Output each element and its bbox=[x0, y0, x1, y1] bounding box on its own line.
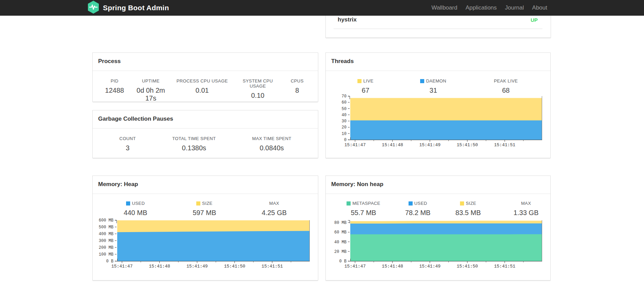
stat-label: MAX bbox=[521, 201, 531, 206]
nonheap-stats: METASPACE55.7 MBUSED78.2 MBSIZE83.5 MBMA… bbox=[326, 201, 550, 217]
svg-text:15:41:49: 15:41:49 bbox=[186, 264, 208, 269]
stat-label: CPUS bbox=[291, 78, 304, 83]
svg-text:15:41:47: 15:41:47 bbox=[111, 264, 133, 269]
stat-size: SIZE83.5 MB bbox=[434, 201, 502, 217]
stat-used: USED440 MB bbox=[93, 201, 178, 217]
stat-label: TOTAL TIME SPENT bbox=[172, 136, 216, 141]
stat-value: 0d 0h 2m 17s bbox=[136, 87, 165, 102]
stat-value: 8 bbox=[276, 87, 318, 94]
legend-square-icon bbox=[409, 201, 413, 206]
stat-label: DAEMON bbox=[426, 78, 446, 83]
svg-text:15:41:51: 15:41:51 bbox=[262, 264, 283, 269]
stat-label: LIVE bbox=[363, 78, 373, 83]
memory-heap-card: Memory: Heap USED440 MBSIZE597 MBMAX4.25… bbox=[92, 176, 318, 280]
stat-value: 68 bbox=[461, 87, 550, 94]
process-stats: PID12488UPTIME0d 0h 2m 17sPROCESS CPU US… bbox=[93, 78, 318, 102]
navbar: Spring Boot Admin WallboardApplicationsJ… bbox=[0, 0, 644, 16]
svg-text:30: 30 bbox=[342, 119, 347, 124]
threads-card: Threads LIVE67DAEMON31PEAK LIVE68 010203… bbox=[325, 52, 551, 158]
legend-square-icon bbox=[420, 79, 424, 83]
svg-text:200 MB: 200 MB bbox=[99, 245, 113, 250]
stat-value: 0.10 bbox=[239, 92, 277, 100]
brand[interactable]: Spring Boot Admin bbox=[87, 0, 169, 15]
threads-chart: 01020304050607015:41:4715:41:4815:41:491… bbox=[331, 94, 546, 149]
svg-text:50: 50 bbox=[342, 107, 347, 111]
stat-label: MAX bbox=[269, 201, 279, 206]
svg-text:20: 20 bbox=[342, 125, 347, 130]
stat-value: 31 bbox=[405, 87, 461, 94]
stat-value: 67 bbox=[326, 87, 405, 94]
navbar-container: Spring Boot Admin WallboardApplicationsJ… bbox=[93, 0, 551, 16]
memory-nonheap-card: Memory: Non heap METASPACE55.7 MBUSED78.… bbox=[325, 176, 551, 280]
svg-text:15:41:48: 15:41:48 bbox=[382, 264, 403, 269]
nav-link-applications[interactable]: Applications bbox=[461, 0, 501, 16]
svg-text:15:41:49: 15:41:49 bbox=[419, 142, 440, 148]
stat-value: 55.7 MB bbox=[326, 209, 401, 217]
stat-value: 0.01 bbox=[165, 87, 239, 94]
svg-text:80 MB: 80 MB bbox=[334, 221, 347, 225]
nav-link-wallboard[interactable]: Wallboard bbox=[427, 0, 461, 16]
card-title: Process bbox=[93, 53, 318, 71]
stat-used: USED78.2 MB bbox=[401, 201, 434, 217]
svg-text:300 MB: 300 MB bbox=[99, 239, 113, 243]
stat-uptime: UPTIME0d 0h 2m 17s bbox=[136, 78, 165, 102]
row-divider bbox=[334, 29, 542, 29]
stat-label: SIZE bbox=[202, 201, 213, 206]
stat-max: MAX4.25 GB bbox=[231, 201, 318, 217]
status-badge: UP bbox=[531, 17, 538, 23]
svg-text:0: 0 bbox=[344, 138, 347, 142]
stat-metaspace: METASPACE55.7 MB bbox=[326, 201, 401, 217]
svg-text:15:41:48: 15:41:48 bbox=[382, 142, 403, 148]
svg-text:10: 10 bbox=[342, 132, 347, 136]
stat-pid: PID12488 bbox=[93, 78, 136, 102]
stat-process-cpu-usage: PROCESS CPU USAGE0.01 bbox=[165, 78, 239, 102]
svg-text:15:41:51: 15:41:51 bbox=[494, 142, 516, 148]
stat-label: UPTIME bbox=[142, 78, 160, 83]
stat-label: PEAK LIVE bbox=[494, 78, 518, 83]
heap-stats: USED440 MBSIZE597 MBMAX4.25 GB bbox=[93, 201, 318, 217]
card-title: Memory: Heap bbox=[93, 176, 318, 194]
svg-text:15:41:50: 15:41:50 bbox=[457, 264, 478, 269]
stat-value: 78.2 MB bbox=[401, 209, 434, 217]
stat-value: 3 bbox=[93, 144, 163, 152]
pulse-logo-icon bbox=[87, 0, 99, 15]
svg-text:15:41:50: 15:41:50 bbox=[224, 264, 245, 269]
stat-max: MAX1.33 GB bbox=[502, 201, 550, 217]
threads-stats: LIVE67DAEMON31PEAK LIVE68 bbox=[326, 78, 550, 94]
memory-nonheap-chart: 0 B20 MB40 MB60 MB80 MB15:41:4715:41:481… bbox=[331, 218, 546, 270]
stat-label: MAX TIME SPENT bbox=[252, 136, 291, 141]
stat-label: PID bbox=[111, 78, 119, 83]
svg-text:15:41:47: 15:41:47 bbox=[344, 264, 366, 269]
application-name[interactable]: hystrix bbox=[338, 16, 357, 23]
svg-text:70: 70 bbox=[342, 94, 347, 99]
memory-heap-chart: 0 B100 MB200 MB300 MB400 MB500 MB600 MB1… bbox=[98, 218, 313, 270]
gc-pauses-card: Garbage Collection Pauses COUNT3TOTAL TI… bbox=[92, 110, 318, 158]
stat-label: METASPACE bbox=[352, 201, 380, 206]
legend-square-icon bbox=[196, 201, 200, 206]
svg-text:40 MB: 40 MB bbox=[334, 240, 347, 245]
legend-square-icon bbox=[357, 79, 362, 83]
stat-size: SIZE597 MB bbox=[178, 201, 230, 217]
svg-text:15:41:47: 15:41:47 bbox=[344, 142, 366, 148]
nav-links: WallboardApplicationsJournalAbout bbox=[427, 0, 551, 16]
svg-text:15:41:50: 15:41:50 bbox=[457, 142, 478, 148]
stat-system-cpu-usage: SYSTEM CPU USAGE0.10 bbox=[239, 78, 277, 102]
stat-value: 597 MB bbox=[178, 209, 230, 217]
stat-value: 440 MB bbox=[93, 209, 178, 217]
nav-link-journal[interactable]: Journal bbox=[501, 0, 528, 16]
stat-label: PROCESS CPU USAGE bbox=[177, 78, 228, 83]
stat-value: 0.0840s bbox=[226, 144, 318, 152]
svg-text:400 MB: 400 MB bbox=[99, 232, 113, 237]
process-card: Process PID12488UPTIME0d 0h 2m 17sPROCES… bbox=[92, 52, 318, 102]
legend-square-icon bbox=[347, 201, 351, 206]
stat-cpus: CPUS8 bbox=[276, 78, 318, 102]
stat-label: USED bbox=[414, 201, 427, 206]
brand-title: Spring Boot Admin bbox=[103, 4, 169, 12]
nav-link-about[interactable]: About bbox=[528, 0, 551, 16]
svg-text:0 B: 0 B bbox=[339, 259, 347, 264]
gc-stats: COUNT3TOTAL TIME SPENT0.1380sMAX TIME SP… bbox=[93, 136, 318, 152]
svg-text:40: 40 bbox=[342, 113, 347, 118]
stat-label: USED bbox=[132, 201, 145, 206]
stat-value: 1.33 GB bbox=[502, 209, 550, 217]
svg-text:60 MB: 60 MB bbox=[334, 230, 347, 235]
